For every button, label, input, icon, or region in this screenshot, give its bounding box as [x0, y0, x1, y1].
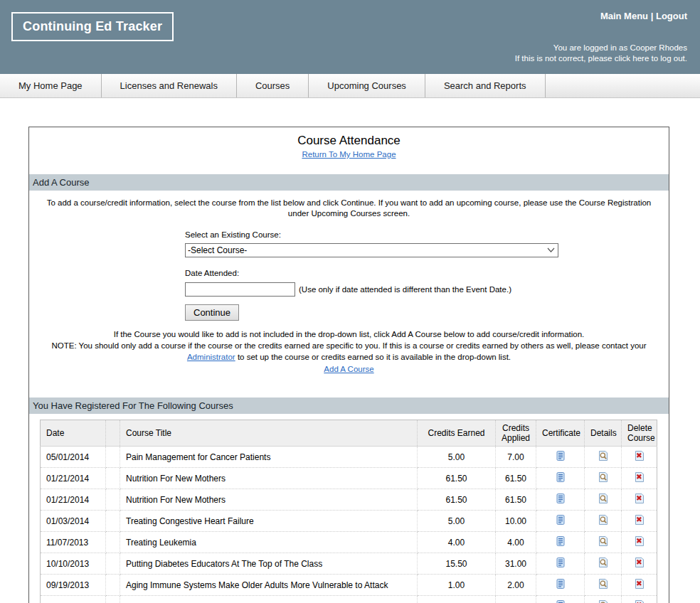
delete-course-icon[interactable] — [634, 450, 645, 461]
details-icon[interactable] — [598, 578, 609, 589]
tab-upcoming-courses[interactable]: Upcoming Courses — [309, 74, 425, 97]
delete-course-icon[interactable] — [634, 599, 645, 603]
col-header-credits-earned: Credits Earned — [418, 420, 496, 447]
details-icon[interactable] — [598, 471, 609, 483]
spacer-cell — [106, 489, 120, 511]
add-a-course-link[interactable]: Add A Course — [324, 365, 373, 373]
note-line2-prefix: NOTE: You should only add a course if th… — [51, 341, 646, 350]
add-course-instructions: To add a course/credit information, sele… — [39, 198, 659, 219]
logged-in-info: You are logged in as Cooper Rhodes If th… — [515, 43, 687, 64]
course-date: 05/01/2014 — [41, 447, 106, 468]
date-attended-hint: (Use only if date attended is different … — [299, 285, 511, 294]
credits-applied-value: 7.00 — [496, 447, 536, 468]
administrator-link[interactable]: Administrator — [187, 353, 235, 361]
certificate-icon[interactable] — [555, 578, 566, 589]
credits-earned-value: 1.00 — [418, 575, 496, 596]
certificate-icon[interactable] — [555, 599, 566, 603]
credits-applied-value: 42.00 — [496, 596, 536, 603]
certificate-icon[interactable] — [555, 471, 566, 483]
table-row: 09/19/2013 Aging Immune Systems Make Old… — [41, 575, 657, 596]
tab-courses[interactable]: Courses — [237, 74, 309, 97]
course-date: 11/07/2013 — [41, 532, 106, 553]
spacer-cell — [106, 553, 120, 575]
main-menu-link[interactable]: Main Menu — [600, 11, 648, 21]
add-course-form: To add a course/credit information, sele… — [29, 191, 669, 382]
date-attended-label: Date Attended: — [185, 269, 662, 277]
link-separator: | — [651, 11, 654, 21]
spacer-cell — [106, 511, 120, 532]
course-title: Aging Immune Systems Make Older Adults M… — [120, 575, 418, 596]
delete-course-icon[interactable] — [634, 535, 645, 547]
correction-suffix: to log out. — [649, 54, 687, 63]
spacer-cell — [106, 596, 120, 603]
details-icon[interactable] — [598, 514, 609, 525]
course-title: Treating Leukemia — [120, 532, 418, 553]
app-header: Continuing Ed Tracker Main Menu | Logout… — [0, 0, 700, 74]
details-icon[interactable] — [598, 535, 609, 547]
course-title: Nutrition For New Mothers — [120, 468, 418, 489]
note-line2-suffix: to set up the course or credits earned s… — [235, 353, 511, 361]
registered-section-header: You Have Registered For The Following Co… — [29, 397, 669, 414]
details-icon[interactable] — [598, 557, 609, 568]
col-header-certificate: Certificate — [536, 420, 585, 447]
course-title: Nutrition For New Mothers — [120, 489, 418, 511]
certificate-icon[interactable] — [555, 450, 566, 461]
note-line1: If the Course you would like to add is n… — [114, 330, 585, 338]
add-course-section-header: Add A Course — [29, 174, 669, 191]
certificate-icon[interactable] — [555, 535, 566, 547]
delete-course-icon[interactable] — [634, 514, 645, 525]
course-date: 10/30/2012 — [41, 596, 106, 603]
certificate-icon[interactable] — [555, 557, 566, 568]
course-date: 10/10/2013 — [41, 553, 106, 575]
delete-course-icon[interactable] — [634, 471, 645, 483]
course-date: 01/03/2014 — [41, 511, 106, 532]
main-nav: My Home Page Licenses and Renewals Cours… — [0, 74, 700, 98]
credits-earned-value: 61.50 — [418, 489, 496, 511]
course-select[interactable]: -Select Course- — [185, 243, 558, 257]
col-header-details: Details — [585, 420, 622, 447]
add-course-note: If the Course you would like to add is n… — [36, 329, 662, 363]
table-row: 11/07/2013 Treating Leukemia 4.00 4.00 — [41, 532, 657, 553]
col-header-course-title: Course Title — [120, 420, 418, 447]
credits-earned-value: 15.50 — [418, 553, 496, 575]
credits-earned-value: 5.00 — [418, 511, 496, 532]
logout-link[interactable]: Logout — [656, 11, 687, 21]
logged-in-correction: If this is not correct, please click her… — [515, 53, 687, 64]
tab-licenses-and-renewals[interactable]: Licenses and Renewals — [102, 74, 237, 97]
course-title: Pain Management — [120, 596, 418, 603]
return-home-link[interactable]: Return To My Home Page — [302, 150, 396, 159]
content-panel: Course Attendance Return To My Home Page… — [28, 127, 669, 603]
tab-search-and-reports[interactable]: Search and Reports — [425, 74, 546, 97]
table-row: 10/30/2012 Pain Management 21.00 42.00 — [41, 596, 657, 603]
course-date: 01/21/2014 — [41, 489, 106, 511]
details-icon[interactable] — [598, 599, 609, 603]
credits-applied-value: 2.00 — [496, 575, 536, 596]
delete-course-icon[interactable] — [634, 578, 645, 589]
credits-applied-value: 10.00 — [496, 511, 536, 532]
delete-course-icon[interactable] — [634, 557, 645, 568]
details-icon[interactable] — [598, 493, 609, 504]
continue-button[interactable]: Continue — [185, 304, 239, 321]
app-logo-text: Continuing Ed Tracker — [23, 19, 162, 33]
certificate-icon[interactable] — [555, 514, 566, 525]
click-here-link[interactable]: click here — [615, 54, 649, 63]
spacer-cell — [106, 532, 120, 553]
credits-earned-value: 21.00 — [418, 596, 496, 603]
course-title: Putting Diabetes Educators At The Top of… — [120, 553, 418, 575]
date-attended-input[interactable] — [185, 282, 295, 297]
certificate-icon[interactable] — [555, 493, 566, 504]
delete-course-icon[interactable] — [634, 493, 645, 504]
table-header-row: Date Course Title Credits Earned Credits… — [41, 420, 657, 447]
details-icon[interactable] — [598, 450, 609, 461]
tab-my-home-page[interactable]: My Home Page — [0, 74, 102, 97]
col-header-date: Date — [41, 420, 106, 447]
page-title: Course Attendance — [29, 127, 669, 148]
course-date: 01/21/2014 — [41, 468, 106, 489]
credits-applied-value: 4.00 — [496, 532, 536, 553]
credits-earned-value: 4.00 — [418, 532, 496, 553]
table-row: 05/01/2014 Pain Management for Cancer Pa… — [41, 447, 657, 468]
logged-in-user: You are logged in as Cooper Rhodes — [515, 43, 687, 53]
credits-applied-value: 61.50 — [496, 489, 536, 511]
col-header-delete-course: Delete Course — [622, 420, 657, 447]
correction-prefix: If this is not correct, please — [515, 54, 615, 63]
